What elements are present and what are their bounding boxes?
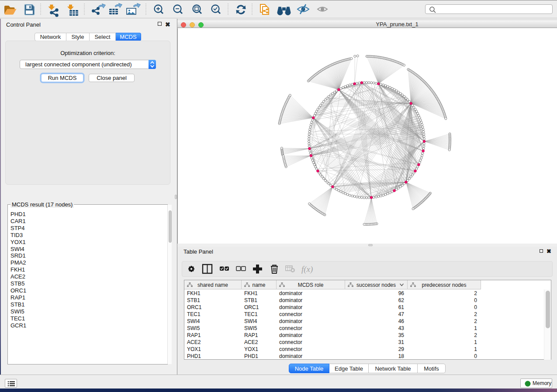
svg-text:f(x): f(x) bbox=[301, 265, 313, 274]
